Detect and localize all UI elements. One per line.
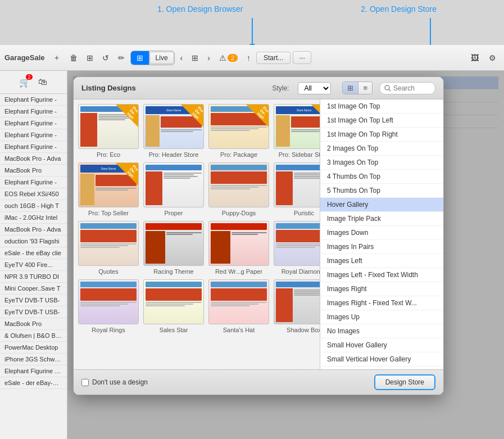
design-list-item-thumb-gallery[interactable]: Thumb Gallery	[320, 366, 443, 369]
more-button[interactable]: ···	[293, 51, 311, 64]
sidebar-item[interactable]: iMac - 2.0GHz Intel	[0, 212, 67, 224]
sidebar-badge: 2	[26, 74, 32, 80]
sidebar-item[interactable]: EOS Rebel XSi/450	[0, 188, 67, 200]
sidebar-item[interactable]: EyeTV DVB-T USB-	[0, 295, 67, 306]
dialog-body: ProDe-signPro: Eco Store Name ProDe-sign…	[74, 99, 443, 369]
design-list-item-small-hover-gallery[interactable]: Small Hover Gallery	[320, 338, 443, 352]
sidebar-item[interactable]: ouch 16GB - High T	[0, 200, 67, 212]
thumbnail-item-eco[interactable]: ProDe-signPro: Eco	[78, 104, 139, 158]
thumbnail-item-package[interactable]: ProDe-signPro: Package	[208, 104, 269, 158]
design-list-item-3-images-on-top[interactable]: 3 Images On Top	[320, 156, 443, 170]
design-list-item-4-thumbs-on-top[interactable]: 4 Thumbs On Top	[320, 170, 443, 184]
design-list-item-hover-gallery[interactable]: Hover Gallery	[320, 198, 443, 212]
design-list-item-no-images[interactable]: No Images	[320, 324, 443, 338]
sidebar-item[interactable]: Elephant Figurine - color...	[0, 365, 67, 377]
app-logo: GarageSale	[4, 53, 45, 62]
search-input[interactable]	[379, 82, 435, 94]
sidebar-item[interactable]: Elephant Figurine -	[0, 106, 67, 117]
sidebar-item[interactable]: MacBook Pro	[0, 318, 67, 330]
start-button[interactable]: Start...	[256, 52, 290, 64]
thumbnail-label: Sales Star	[160, 327, 188, 333]
edit-button[interactable]: ✏	[115, 51, 128, 65]
dialog-footer: Don't use a design Design Store	[74, 369, 443, 395]
list-view-btn[interactable]: ≡	[358, 82, 372, 94]
delete-button[interactable]: 🗑	[66, 51, 81, 65]
thumbnail-label: Santa's Hat	[223, 327, 255, 333]
add-button[interactable]: ＋	[49, 51, 64, 65]
sidebar-item[interactable]: MacBook Pro	[0, 165, 67, 176]
sidebar-item[interactable]: EyeTV 400 Fire...	[0, 259, 67, 271]
sidebar-items-container: Elephant Figurine -Elephant Figurine -El…	[0, 94, 67, 389]
design-list-item-1st-image-on-top-left[interactable]: 1st Image On Top Left	[320, 114, 443, 128]
grid-view-button[interactable]: ⊞	[131, 51, 149, 65]
listing-designs-dialog: Listing Designs Style: All Free Pro ⊞ ≡	[73, 76, 444, 395]
view-toggle-group: ⊞ Live	[130, 51, 175, 65]
dont-use-checkbox-input[interactable]	[81, 379, 89, 386]
design-store-button[interactable]: Design Store	[374, 374, 435, 390]
thumbnail-item-sidebar-store[interactable]: Store Name ProDe-signPro: Sidebar Store	[274, 104, 320, 158]
sidebar-icon-listings[interactable]: 🛒 2	[17, 74, 33, 90]
sidebar-item[interactable]: eSale - the eBay clie	[0, 247, 67, 259]
thumbnail-item-puristic[interactable]: Puristic	[274, 162, 320, 216]
sidebar-item[interactable]: Elephant Figurine -	[0, 129, 67, 141]
share-button[interactable]: ↑	[243, 51, 254, 65]
settings-button[interactable]: ⚙	[485, 51, 500, 65]
design-list-item-5-thumbs-on-top[interactable]: 5 Thumbs On Top	[320, 184, 443, 198]
thumbnail-label: Shadow Box	[287, 327, 320, 333]
thumbnail-item-shadow-box[interactable]: Shadow Box	[274, 279, 320, 333]
warning-button[interactable]: ⚠ 2	[216, 51, 241, 65]
thumbnail-item-racing-theme[interactable]: Racing Theme	[143, 221, 204, 275]
duplicate-button[interactable]: ⊞	[83, 51, 97, 65]
thumbnail-item-quotes[interactable]: Quotes	[78, 221, 139, 275]
thumbnail-item-santas-hat[interactable]: Santa's Hat	[208, 279, 269, 333]
refresh-button[interactable]: ↺	[99, 51, 112, 65]
thumbnail-item-royal-diamonds[interactable]: Royal Diamonds	[274, 221, 320, 275]
design-list-item-images-left-fixed-text-width[interactable]: Images Left - Fixed Text Width	[320, 268, 443, 282]
dont-use-design-checkbox[interactable]: Don't use a design	[81, 378, 148, 386]
sidebar-item[interactable]: eSale - der eBay-Auktionsma	[0, 377, 67, 389]
sidebar-item[interactable]: iPhone 3GS Schwarz (32GB)...	[0, 354, 67, 365]
sidebar-item[interactable]: Elephant Figurine -	[0, 176, 67, 188]
sidebar-item[interactable]: NPR 3.9 TURBO DI	[0, 271, 67, 283]
design-list-item-images-right[interactable]: Images Right	[320, 282, 443, 296]
sidebar-item[interactable]: MacBook Pro - Adva	[0, 153, 67, 165]
thumbnail-label: Royal Rings	[92, 327, 125, 333]
sidebar-item[interactable]: PowerMac Desktop	[0, 342, 67, 354]
sidebar-item[interactable]: Elephant Figurine -	[0, 117, 67, 129]
sidebar-item[interactable]: & Olufsen | B&O BEO	[0, 330, 67, 342]
nav-grid-button[interactable]: ⊞	[188, 51, 202, 65]
sidebar-item[interactable]: oduction '93 Flagshi	[0, 236, 67, 247]
thumbnail-item-royal-rings[interactable]: Royal Rings	[78, 279, 139, 333]
sidebar-item[interactable]: EyeTV DVB-T USB-	[0, 306, 67, 318]
design-list-item-1st-image-on-top-right[interactable]: 1st Image On Top Right	[320, 128, 443, 142]
design-list-item-images-up[interactable]: Images Up	[320, 310, 443, 324]
content-area: 🛒 2 🛍 Elephant Figurine -Elephant Figuri…	[0, 71, 504, 439]
thumbnail-label: Pro: Header Store	[149, 151, 199, 158]
thumbnail-item-sales-star[interactable]: Sales Star	[143, 279, 204, 333]
thumbnail-item-red-wrg-paper[interactable]: Red Wr...g Paper	[208, 221, 269, 275]
design-list-item-image-triple-pack[interactable]: Image Triple Pack	[320, 212, 443, 226]
sidebar-item[interactable]: Elephant Figurine -	[0, 141, 67, 153]
design-list-item-small-vertical-hover-gallery[interactable]: Small Vertical Hover Gallery	[320, 352, 443, 366]
dialog-style-select[interactable]: All Free Pro	[298, 82, 331, 94]
sidebar-item[interactable]: MacBook Pro - Adva	[0, 224, 67, 236]
thumbnail-item-puppy-dogs[interactable]: Puppy-Dogs	[208, 162, 269, 216]
live-button[interactable]: Live	[149, 52, 174, 64]
design-list-item-images-left[interactable]: Images Left	[320, 254, 443, 268]
design-list-item-images-down[interactable]: Images Down	[320, 226, 443, 240]
design-list-item-images-in-pairs[interactable]: Images In Pairs	[320, 240, 443, 254]
sidebar-item[interactable]: Elephant Figurine -	[0, 94, 67, 106]
grid-view-btn[interactable]: ⊞	[343, 82, 358, 94]
nav-forward-button[interactable]: ›	[204, 51, 214, 65]
sidebar-item[interactable]: Mini Cooper..Save T	[0, 283, 67, 295]
design-list-item-1st-image-on-top[interactable]: 1st Image On Top	[320, 99, 443, 114]
nav-back-button[interactable]: ‹	[177, 51, 187, 65]
design-list-item-2-images-on-top[interactable]: 2 Images On Top	[320, 142, 443, 156]
annotation-bar: 1. Open Design Browser 2. Open Design St…	[0, 0, 504, 45]
thumbnail-item-header-store[interactable]: Store Name ProDe-signPro: Header Store	[143, 104, 204, 158]
thumbnail-item-top-seller[interactable]: Store Name ProDe-signPro: Top Seller	[78, 162, 139, 216]
design-list-item-images-right-fixed-text-w[interactable]: Images Right - Fixed Text W...	[320, 296, 443, 310]
sidebar-icon-cart[interactable]: 🛍	[35, 74, 51, 90]
image-button[interactable]: 🖼	[467, 51, 482, 65]
thumbnail-item-proper[interactable]: Proper	[143, 162, 204, 216]
